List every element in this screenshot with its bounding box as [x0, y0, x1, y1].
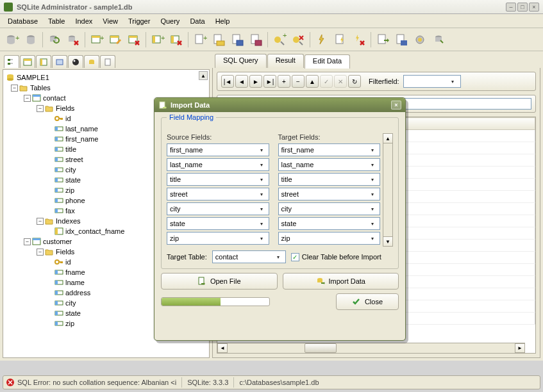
mapping-scrollbar[interactable]: ▲ ▼: [383, 133, 393, 247]
svg-point-2: [7, 40, 15, 44]
nav-refresh-button[interactable]: ↻: [348, 75, 361, 88]
query-run-button[interactable]: +: [271, 31, 288, 48]
view-tab-index[interactable]: [36, 55, 51, 68]
view-tab-6[interactable]: [84, 55, 99, 68]
filterfield-combo[interactable]: ▾: [403, 75, 461, 88]
nav-delete-button[interactable]: −: [292, 75, 305, 88]
sql-save-button[interactable]: [229, 31, 246, 48]
close-button[interactable]: Close: [336, 293, 399, 310]
db-delete-button[interactable]: [65, 31, 81, 48]
tool-cancel-button[interactable]: [351, 31, 367, 48]
menu-database[interactable]: Database: [3, 15, 43, 27]
source-field-combo[interactable]: zip▾: [167, 232, 269, 245]
nav-first-button[interactable]: |◄: [221, 75, 234, 88]
target-field-combo[interactable]: first_name▾: [278, 143, 381, 156]
sql-new-button[interactable]: +: [192, 31, 208, 48]
dialog-close-button[interactable]: ×: [391, 101, 401, 110]
index-drop-button[interactable]: [168, 31, 185, 48]
target-field-combo[interactable]: state▾: [278, 217, 381, 230]
scroll-thumb[interactable]: [305, 343, 337, 353]
tab-edit-data[interactable]: Edit Data: [305, 54, 350, 69]
source-field-combo[interactable]: street▾: [167, 188, 269, 200]
nav-next-button[interactable]: ►: [249, 75, 262, 88]
sql-open-button[interactable]: [210, 31, 227, 48]
nav-prev-button[interactable]: ◄: [235, 75, 248, 88]
source-field-combo[interactable]: last_name▾: [167, 158, 269, 171]
db-refresh-button[interactable]: [46, 31, 63, 48]
scroll-left-icon[interactable]: ◄: [217, 343, 228, 353]
export-button[interactable]: [393, 31, 410, 48]
nav-edit-button[interactable]: ▲: [306, 75, 319, 88]
tool-lightning-button[interactable]: [313, 31, 330, 48]
scroll-up-icon[interactable]: ▲: [383, 134, 392, 143]
menu-trigger[interactable]: Trigger: [123, 15, 155, 27]
scroll-right-icon[interactable]: ►: [515, 343, 525, 353]
source-field-combo[interactable]: first_name▾: [167, 143, 269, 156]
source-field-combo[interactable]: state▾: [167, 217, 269, 230]
maximize-button[interactable]: □: [517, 3, 528, 12]
minimize-button[interactable]: –: [506, 3, 516, 12]
dialog-titlebar[interactable]: Import Data ×: [155, 98, 405, 112]
nav-cancel-button[interactable]: ✕: [334, 75, 347, 88]
open-file-button[interactable]: Open File: [161, 273, 278, 290]
menu-view[interactable]: View: [97, 15, 123, 27]
tab-sql-query[interactable]: SQL Query: [215, 54, 267, 68]
collapse-icon[interactable]: −: [24, 95, 31, 102]
grid-hscrollbar[interactable]: ◄ ►: [217, 343, 525, 353]
target-field-combo[interactable]: city▾: [278, 202, 381, 215]
view-tab-tree[interactable]: [4, 55, 19, 68]
table-new-button[interactable]: +: [88, 31, 105, 48]
collapse-icon[interactable]: −: [24, 238, 31, 245]
table-icon: [32, 237, 41, 246]
tree-scroll-up[interactable]: ▲: [199, 71, 208, 80]
chevron-down-icon: ▾: [257, 192, 266, 197]
tree-node-tables[interactable]: −Tables: [4, 83, 208, 93]
collapse-icon[interactable]: −: [37, 105, 44, 112]
query-stop-button[interactable]: [290, 31, 306, 48]
view-tab-trigger[interactable]: [68, 55, 83, 68]
target-field-combo[interactable]: last_name▾: [278, 158, 381, 171]
target-field-combo[interactable]: zip▾: [278, 232, 381, 245]
nav-add-button[interactable]: +: [278, 75, 290, 88]
source-field-combo[interactable]: city▾: [167, 202, 269, 215]
table-drop-button[interactable]: [126, 31, 142, 48]
tool-extra2-button[interactable]: [430, 31, 447, 48]
scroll-down-icon[interactable]: ▼: [383, 236, 392, 246]
target-field-combo[interactable]: title▾: [278, 173, 381, 186]
field-icon: [54, 135, 63, 143]
tab-result[interactable]: Result: [267, 54, 304, 68]
tool-extra1-button[interactable]: [412, 31, 428, 48]
menu-index[interactable]: Index: [70, 15, 97, 27]
view-tab-view[interactable]: [52, 55, 67, 68]
view-tab-table[interactable]: [20, 55, 35, 68]
nav-post-button[interactable]: ✓: [320, 75, 333, 88]
collapse-icon[interactable]: −: [37, 218, 44, 225]
nav-last-button[interactable]: ►|: [263, 75, 276, 88]
import-data-button[interactable]: Import Data: [283, 273, 399, 290]
menu-help[interactable]: Help: [210, 15, 235, 27]
table-edit-button[interactable]: [107, 31, 124, 48]
target-field-combo[interactable]: street▾: [278, 188, 381, 200]
source-field-combo[interactable]: title▾: [167, 173, 269, 186]
tree-node-db[interactable]: SAMPLE1: [4, 72, 208, 83]
collapse-icon[interactable]: −: [37, 249, 44, 256]
filterfield-label: Filterfield:: [369, 78, 399, 85]
target-fields-label: Target Fields:: [278, 133, 381, 141]
collapse-icon[interactable]: −: [11, 85, 18, 92]
clear-table-checkbox[interactable]: ✓: [291, 253, 299, 261]
tool-execute-button[interactable]: [332, 31, 349, 48]
view-tab-7[interactable]: [100, 55, 115, 68]
target-table-combo[interactable]: contact▾: [212, 250, 286, 263]
db-open-button[interactable]: [22, 31, 39, 48]
import-button[interactable]: [374, 31, 391, 48]
menu-table[interactable]: Table: [43, 15, 70, 27]
svg-rect-30: [255, 40, 262, 45]
close-window-button[interactable]: ×: [529, 3, 539, 12]
db-new-button[interactable]: +: [4, 31, 21, 48]
chevron-down-icon: ▾: [368, 162, 377, 168]
menu-data[interactable]: Data: [185, 15, 210, 27]
index-new-button[interactable]: +: [149, 31, 166, 48]
menu-query[interactable]: Query: [155, 15, 185, 27]
sql-saveas-button[interactable]: [247, 31, 264, 48]
svg-rect-94: [55, 322, 58, 325]
